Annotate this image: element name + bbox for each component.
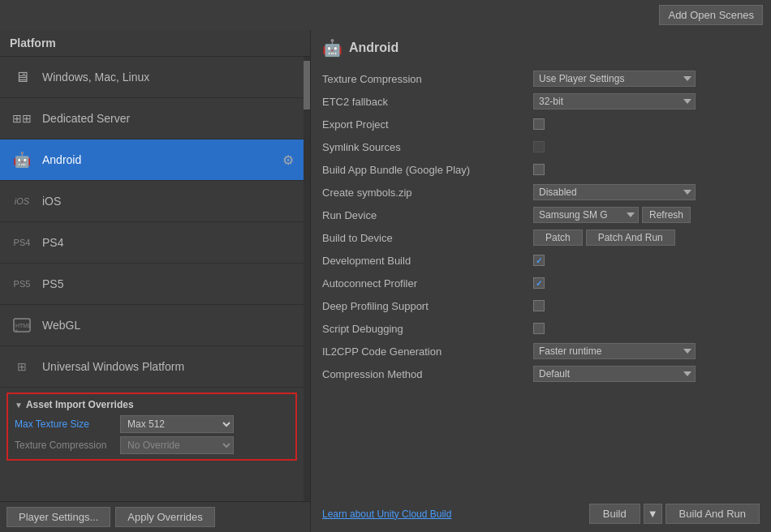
cloud-build-link[interactable]: Learn about Unity Cloud Build: [322, 508, 451, 520]
right-bottom-bar: Learn about Unity Cloud Build Build ▼ Bu…: [322, 497, 760, 524]
table-row-build-to-device: Build to Device Patch Patch And Run: [322, 226, 760, 249]
patch-and-run-button[interactable]: Patch And Run: [586, 230, 675, 246]
autoconnect-checkbox-cell: [533, 277, 760, 289]
ios-icon: iOS: [10, 189, 34, 213]
build-dropdown-button[interactable]: ▼: [644, 504, 662, 524]
deep-profiling-label: Deep Profiling Support: [322, 294, 533, 317]
create-symbols-select[interactable]: Disabled: [533, 184, 696, 200]
left-panel: Platform 🖥 Windows, Mac, Linux ⊞⊞ Dedica…: [0, 30, 311, 532]
android-settings-icon[interactable]: ⚙: [282, 152, 294, 168]
dev-build-checkbox-cell: [533, 255, 760, 266]
export-project-checkbox-cell: [533, 118, 760, 130]
platform-label-ps4: PS4: [42, 236, 63, 249]
il2cpp-label: IL2CPP Code Generation: [322, 340, 533, 363]
platform-list: 🖥 Windows, Mac, Linux ⊞⊞ Dedicated Serve…: [0, 57, 304, 501]
compression-label: Compression Method: [322, 363, 533, 385]
platform-item-webgl[interactable]: HTML 5 WebGL: [0, 305, 304, 346]
android-header: 🤖 Android: [322, 38, 760, 58]
platform-label-uwp: Universal Windows Platform: [42, 360, 184, 373]
table-row-script-debugging: Script Debugging: [322, 317, 760, 340]
right-panel: 🤖 Android Texture Compression Use Player…: [311, 30, 771, 532]
platform-label-android: Android: [42, 153, 81, 166]
texture-compression-override-label: Texture Compression: [15, 440, 120, 451]
player-settings-button[interactable]: Player Settings...: [6, 507, 110, 527]
script-debugging-checkbox[interactable]: [533, 323, 545, 334]
table-row-il2cpp: IL2CPP Code Generation Faster runtime: [322, 340, 760, 363]
platform-label-windows: Windows, Mac, Linux: [42, 71, 149, 84]
compression-select[interactable]: Default: [533, 366, 696, 382]
left-bottom-bar: Player Settings... Apply Overrides: [0, 501, 310, 532]
texture-compression-select[interactable]: Use Player Settings: [533, 71, 696, 87]
build-and-run-button[interactable]: Build And Run: [665, 504, 760, 524]
table-row-symlink: Symlink Sources: [322, 135, 760, 158]
top-bar: Add Open Scenes: [0, 0, 771, 30]
android-platform-icon: 🤖: [10, 148, 34, 172]
left-scrollbar[interactable]: [304, 57, 310, 501]
export-project-label: Export Project: [322, 113, 533, 135]
symlink-checkbox-cell: [533, 141, 760, 152]
table-row-export-project: Export Project: [322, 113, 760, 135]
export-project-checkbox[interactable]: [533, 118, 545, 130]
run-device-label: Run Device: [322, 204, 533, 226]
left-scrollbar-thumb[interactable]: [304, 61, 310, 109]
android-title: Android: [349, 41, 398, 55]
max-texture-size-row: Max Texture Size Max 512 Max 256 Max 102…: [15, 415, 289, 433]
platform-label-webgl: WebGL: [42, 319, 80, 332]
build-app-bundle-checkbox-cell: [533, 164, 760, 175]
webgl-icon: HTML 5: [10, 313, 34, 337]
dev-build-label: Development Build: [322, 249, 533, 272]
script-debugging-label: Script Debugging: [322, 317, 533, 340]
platform-item-uwp[interactable]: ⊞ Universal Windows Platform: [0, 346, 304, 388]
symlink-checkbox[interactable]: [533, 141, 545, 152]
table-row-dev-build: Development Build: [322, 249, 760, 272]
texture-compression-label: Texture Compression: [322, 67, 533, 90]
platform-item-ps4[interactable]: PS4 PS4: [0, 222, 304, 264]
build-device-row: Patch Patch And Run: [533, 230, 760, 246]
table-row-texture-compression: Texture Compression Use Player Settings: [322, 67, 760, 90]
platform-label-ios: iOS: [42, 195, 61, 208]
etc2-select[interactable]: 32-bit: [533, 93, 696, 109]
ps4-icon: PS4: [10, 230, 34, 255]
refresh-button[interactable]: Refresh: [642, 207, 691, 223]
symlink-label: Symlink Sources: [322, 135, 533, 158]
platform-item-ps5[interactable]: PS5 PS5: [0, 264, 304, 305]
windows-icon: 🖥: [10, 65, 34, 89]
add-open-scenes-button[interactable]: Add Open Scenes: [659, 5, 763, 25]
apply-overrides-button[interactable]: Apply Overrides: [115, 507, 214, 527]
android-icon: 🤖: [322, 38, 342, 58]
platform-item-android[interactable]: 🤖 Android ⚙: [0, 139, 304, 181]
uwp-icon: ⊞: [10, 354, 34, 379]
platform-label-ps5: PS5: [42, 277, 63, 290]
table-row-create-symbols: Create symbols.zip Disabled: [322, 181, 760, 204]
deep-profiling-checkbox[interactable]: [533, 300, 545, 311]
patch-button[interactable]: Patch: [533, 230, 583, 246]
create-symbols-label: Create symbols.zip: [322, 181, 533, 204]
svg-text:5: 5: [15, 328, 18, 333]
build-app-bundle-checkbox[interactable]: [533, 164, 545, 175]
texture-compression-override-select[interactable]: No Override Force DXT Force PVRTC: [120, 436, 234, 454]
asset-import-overrides: Asset Import Overrides Max Texture Size …: [6, 393, 297, 461]
platform-item-ios[interactable]: iOS iOS: [0, 181, 304, 222]
ps5-icon: PS5: [10, 272, 34, 296]
autoconnect-checkbox[interactable]: [533, 277, 545, 289]
deep-profiling-checkbox-cell: [533, 300, 760, 311]
texture-compression-value: Use Player Settings: [533, 67, 760, 90]
build-to-device-label: Build to Device: [322, 226, 533, 249]
etc2-label: ETC2 fallback: [322, 90, 533, 113]
build-button[interactable]: Build: [589, 504, 640, 524]
script-debugging-checkbox-cell: [533, 323, 760, 334]
platform-item-windows[interactable]: 🖥 Windows, Mac, Linux: [0, 57, 304, 98]
dev-build-checkbox[interactable]: [533, 255, 545, 266]
run-device-row: Samsung SM G Refresh: [533, 207, 760, 223]
max-texture-size-select[interactable]: Max 512 Max 256 Max 1024 Max 2048 No Ove…: [120, 415, 234, 433]
build-app-bundle-label: Build App Bundle (Google Play): [322, 158, 533, 181]
table-row-build-app-bundle: Build App Bundle (Google Play): [322, 158, 760, 181]
run-device-select[interactable]: Samsung SM G: [533, 207, 639, 223]
platform-header: Platform: [0, 30, 310, 57]
platform-item-dedicated[interactable]: ⊞⊞ Dedicated Server: [0, 98, 304, 139]
il2cpp-select[interactable]: Faster runtime: [533, 343, 696, 359]
build-row: Build ▼ Build And Run: [589, 504, 760, 524]
dedicated-icon: ⊞⊞: [10, 106, 34, 131]
texture-compression-override-row: Texture Compression No Override Force DX…: [15, 436, 289, 454]
table-row-autoconnect: Autoconnect Profiler: [322, 272, 760, 294]
